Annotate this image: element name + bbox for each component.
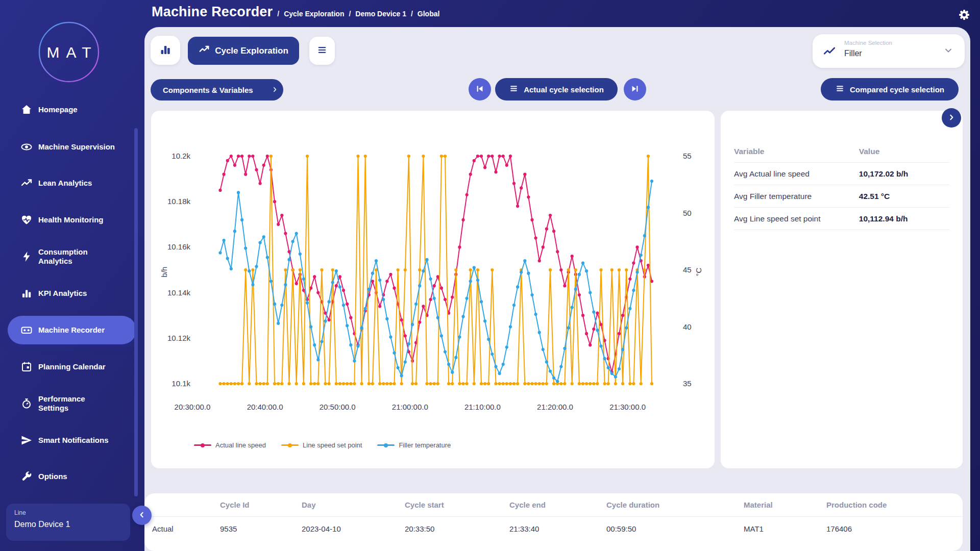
cycle-chart[interactable]: 10.1k10.12k10.14k10.16k10.18k10.2k354045… — [151, 111, 715, 432]
sidebar-item-label: Performance Settings — [38, 394, 116, 413]
breadcrumb-item-global[interactable]: Global — [418, 10, 440, 18]
components-variables-label: Components & Variables — [163, 86, 253, 94]
stopwatch-icon — [20, 397, 33, 410]
stats-value: 42.51 °C — [859, 192, 949, 201]
sidebar-item-consumption-analytics[interactable]: Consumption Analytics — [8, 242, 136, 271]
gear-icon[interactable] — [958, 9, 970, 21]
sidebar-item-label: Lean Analytics — [38, 179, 116, 188]
stats-header-variable: Variable — [734, 147, 859, 156]
sidebar-item-health-monitoring[interactable]: Health Monitoring — [8, 206, 136, 234]
tab-cycle-exploration[interactable]: Cycle Exploration — [188, 37, 299, 65]
lightning-icon — [20, 251, 33, 263]
recorder-icon — [20, 324, 33, 336]
tab-label: Cycle Exploration — [215, 46, 288, 56]
chevron-right-icon — [258, 86, 278, 94]
actual-cycle-selection-button[interactable]: Actual cycle selection — [495, 78, 618, 101]
svg-text:10.14k: 10.14k — [167, 288, 191, 297]
hamburger-icon — [835, 84, 845, 95]
trend-icon — [20, 177, 33, 189]
svg-text:21:20:00.0: 21:20:00.0 — [537, 403, 573, 411]
sidebar-item-label: Machine Recorder — [38, 325, 116, 335]
sidebar-item-machine-supervision[interactable]: Machine Supervision — [8, 133, 136, 161]
line-selector-card[interactable]: Line Demo Device 1 — [6, 504, 130, 541]
sidebar-item-smart-notifications[interactable]: Smart Notifications — [8, 426, 136, 455]
cycle-table-header: Cycle Id Day Cycle start Cycle end Cycle… — [144, 493, 963, 517]
compared-cycle-selection-label: Compared cycle selection — [850, 85, 944, 94]
components-variables-button[interactable]: Components & Variables — [151, 79, 283, 101]
line-label: Line — [14, 509, 122, 516]
trend-icon — [199, 44, 210, 58]
col-header-production-code: Production code — [826, 500, 963, 509]
logo-text: MAT — [32, 44, 106, 61]
skip-next-icon — [630, 84, 640, 95]
send-icon — [20, 434, 33, 446]
heart-pulse-icon — [20, 214, 33, 226]
stats-row: Avg Actual line speed 10,172.02 b/h — [734, 163, 949, 185]
svg-text:21:00:00.0: 21:00:00.0 — [392, 403, 428, 411]
sidebar-item-label: Smart Notifications — [38, 436, 116, 445]
sidebar-item-lean-analytics[interactable]: Lean Analytics — [8, 169, 136, 197]
cycle-table-row[interactable]: Actual 9535 2023-04-10 20:33:50 21:33:40… — [144, 517, 963, 540]
trend-icon — [823, 45, 836, 60]
sidebar-item-options[interactable]: Options — [8, 462, 136, 491]
chart-view-button[interactable] — [151, 36, 180, 65]
stats-variable: Avg Actual line speed — [734, 169, 859, 179]
legend-item-filler-temperature[interactable]: Filler temperature — [377, 441, 451, 449]
stats-table: Variable Value Avg Actual line speed 10,… — [734, 140, 949, 230]
chart-legend: Actual line speed Line speed set point F… — [194, 441, 451, 449]
stats-row: Avg Filler temperature 42.51 °C — [734, 185, 949, 208]
breadcrumb-item-cycle-exploration[interactable]: Cycle Exploration — [284, 10, 344, 18]
legend-item-actual-line-speed[interactable]: Actual line speed — [194, 441, 266, 449]
page-title: Machine Recorder — [152, 4, 273, 20]
svg-text:40: 40 — [683, 322, 692, 331]
sidebar-item-label: Consumption Analytics — [38, 247, 116, 266]
hamburger-icon — [316, 44, 328, 57]
stats-row: Avg Line speed set point 10,112.94 b/h — [734, 208, 949, 230]
svg-text:20:40:00.0: 20:40:00.0 — [247, 403, 283, 411]
svg-text:°C: °C — [694, 267, 703, 276]
view-menu-button[interactable] — [309, 37, 335, 65]
col-header-material: Material — [744, 500, 826, 509]
svg-text:20:30:00.0: 20:30:00.0 — [175, 403, 211, 411]
svg-text:20:50:00.0: 20:50:00.0 — [320, 403, 356, 411]
breadcrumb: Machine Recorder / Cycle Exploration / D… — [152, 4, 439, 20]
sidebar-item-performance-settings[interactable]: Performance Settings — [8, 389, 136, 418]
wrench-icon — [20, 470, 33, 483]
legend-item-line-speed-set-point[interactable]: Line speed set point — [281, 441, 362, 449]
skip-previous-icon — [475, 84, 485, 95]
cell-material: MAT1 — [744, 524, 826, 533]
legend-swatch — [377, 444, 395, 446]
next-cycle-button[interactable] — [624, 78, 646, 101]
cell-row-type: Actual — [152, 524, 220, 533]
svg-text:21:30:00.0: 21:30:00.0 — [609, 403, 646, 411]
svg-text:10.1k: 10.1k — [172, 379, 190, 388]
stats-value: 10,112.94 b/h — [859, 214, 949, 223]
machine-selection-dropdown[interactable]: Machine Selection Filler — [813, 34, 965, 68]
sidebar-item-planning-calendar[interactable]: Planning Calendar — [8, 353, 136, 381]
stats-table-header: Variable Value — [734, 140, 949, 163]
compared-cycle-selection-button[interactable]: Compared cycle selection — [821, 78, 959, 101]
sidebar-item-kpi-analytics[interactable]: KPI Analytics — [8, 279, 136, 308]
svg-text:55: 55 — [683, 152, 692, 160]
svg-text:50: 50 — [683, 209, 692, 217]
col-header-cycle-end: Cycle end — [509, 500, 606, 509]
col-header-cycle-start: Cycle start — [405, 500, 509, 509]
svg-text:45: 45 — [683, 265, 692, 274]
svg-text:10.18k: 10.18k — [167, 197, 191, 206]
mat-logo: MAT — [32, 15, 106, 89]
sidebar-item-homepage[interactable]: Homepage — [8, 95, 136, 124]
eye-icon — [20, 141, 33, 153]
bar-chart-icon — [20, 287, 33, 299]
line-value: Demo Device 1 — [14, 520, 122, 529]
svg-text:b/h: b/h — [160, 267, 168, 278]
legend-label: Filler temperature — [399, 441, 451, 449]
breadcrumb-item-demo-device[interactable]: Demo Device 1 — [355, 10, 406, 18]
sidebar-item-machine-recorder[interactable]: Machine Recorder — [8, 316, 136, 344]
sidebar-scrollbar[interactable] — [134, 128, 138, 496]
cycle-chart-card: 10.1k10.12k10.14k10.16k10.18k10.2k354045… — [151, 111, 715, 468]
previous-cycle-button[interactable] — [469, 78, 491, 101]
home-icon — [20, 104, 33, 116]
cell-cycle-id: 9535 — [220, 524, 302, 533]
sidebar-collapse-button[interactable] — [132, 506, 152, 525]
stats-panel-expand-button[interactable] — [942, 108, 961, 128]
